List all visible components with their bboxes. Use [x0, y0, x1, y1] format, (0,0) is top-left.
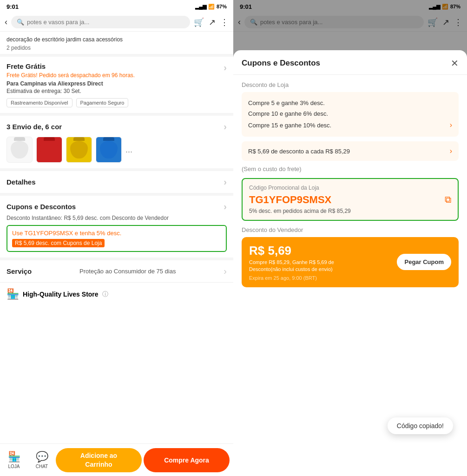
battery-indicator: 87% — [217, 4, 227, 9]
swatch-white[interactable] — [7, 137, 33, 163]
left-time: 9:01 — [7, 3, 19, 10]
store-section: 🏪 High-Quality Lives Store ⓘ — [0, 283, 233, 306]
loja-icon: 🏪 — [8, 451, 20, 463]
buy-now-button[interactable]: Compre Agora — [144, 448, 230, 472]
product-header: decoração de escritório jardim casa aces… — [0, 32, 233, 57]
left-panel: 9:01 ▂▄▆ 📶 87% ‹ 🔍 🛒 ↗ ⋮ decoração de es… — [0, 0, 233, 476]
flat-discount-box[interactable]: R$ 5,69 de desconto a cada R$ 85,29 › — [242, 141, 459, 161]
chat-icon: 💬 — [36, 451, 48, 463]
shipping-section: Frete Grátis Frete Grátis! Pedido será d… — [0, 57, 233, 116]
cupons-title: Cupons e Descontos — [7, 201, 227, 212]
wifi-icon: 📶 — [208, 4, 215, 10]
discount-store-box[interactable]: Compre 5 e ganhe 3% desc. Compre 10 e ga… — [242, 92, 459, 137]
chat-label: CHAT — [36, 464, 48, 469]
left-status-bar: 9:01 ▂▄▆ 📶 87% — [0, 0, 233, 13]
flat-discount-text: R$ 5,69 de desconto a cada R$ 85,29 — [248, 148, 350, 155]
no-shipping-note: (Sem o custo do frete) — [242, 165, 459, 172]
vendor-coupon-left: R$ 5,69 Compre R$ 85,29, Ganhe R$ 5,69 d… — [249, 244, 351, 281]
detalhes-arrow[interactable] — [224, 177, 227, 187]
store-info-icon[interactable]: ⓘ — [102, 290, 108, 298]
loja-tab[interactable]: 🏪 LOJA — [0, 444, 28, 476]
promo-code-box: Código Promocional da Loja TG1YFOP9SMSX … — [242, 178, 459, 221]
cupons-arrow[interactable] — [224, 201, 227, 212]
cart-icon[interactable]: 🛒 — [194, 17, 204, 27]
modal-close-button[interactable]: ✕ — [451, 58, 459, 69]
more-swatches[interactable]: ... — [125, 145, 132, 155]
desconto-loja-label: Desconto de Loja — [242, 81, 459, 88]
add-to-cart-button[interactable]: Adicione aoCarrinho — [56, 448, 142, 472]
left-status-icons: ▂▄▆ 📶 87% — [195, 4, 227, 10]
right-panel: 9:01 ▂▄▆ 📶 87% ‹ 🔍 🛒 ↗ ⋮ Cupons e Descon… — [233, 0, 467, 476]
discount-text-1: Compre 5 e ganhe 3% desc. — [248, 99, 325, 106]
discount-row-2: Compre 10 e ganhe 6% desc. — [248, 108, 452, 119]
coupon-line2: R$ 5,69 desc. com Cupons de Loja — [12, 239, 105, 247]
breadcrumb: decoração de escritório jardim casa aces… — [7, 36, 227, 43]
left-content: decoração de escritório jardim casa aces… — [0, 32, 233, 476]
modal-header: Cupons e Descontos ✕ — [233, 50, 467, 75]
codigo-copiado-toast: Código copiado! — [388, 417, 453, 434]
shipping-city: Para Campinas via Aliexpress Direct — [7, 80, 227, 87]
rastreamento-tag: Rastreamento Disponível — [7, 98, 72, 107]
coupon-highlight-box: Use TG1YFOP9SMSX e tenha 5% desc. R$ 5,6… — [7, 225, 227, 252]
left-nav-icons: 🛒 ↗ ⋮ — [194, 17, 229, 27]
modal-title: Cupons e Descontos — [242, 59, 320, 68]
shipping-title: Frete Grátis — [7, 62, 227, 70]
shipping-tags: Rastreamento Disponível Pagamento Seguro — [7, 98, 227, 107]
cupons-section[interactable]: Cupons e Descontos Desconto Instantâneo:… — [0, 196, 233, 260]
left-search-input[interactable] — [27, 19, 184, 26]
signal-icon: ▂▄▆ — [195, 4, 206, 10]
vendor-coupon-box: R$ 5,69 Compre R$ 85,29, Ganhe R$ 5,69 d… — [242, 237, 459, 287]
detalhes-title: Detalhes — [7, 177, 227, 187]
discount-row-3: Compre 15 e ganhe 10% desc. › — [248, 119, 452, 131]
cupons-modal: Cupons e Descontos ✕ Desconto de Loja Co… — [233, 50, 467, 476]
discount-text-3: Compre 15 e ganhe 10% desc. — [248, 122, 331, 129]
search-icon: 🔍 — [17, 19, 24, 26]
promo-code-desc: 5% desc. em pedidos acima de R$ 85,29 — [249, 208, 451, 214]
servico-label: Serviço — [7, 267, 32, 275]
share-icon[interactable]: ↗ — [209, 17, 216, 27]
copy-icon[interactable]: ⧉ — [445, 194, 451, 205]
bottom-nav: 🏪 LOJA 💬 CHAT Adicione aoCarrinho Compre… — [0, 443, 233, 476]
left-search-wrap[interactable]: 🔍 — [11, 16, 190, 28]
servico-arrow[interactable] — [224, 266, 227, 277]
swatch-blue[interactable] — [96, 137, 122, 163]
coupon-line1: Use TG1YFOP9SMSX e tenha 5% desc. — [12, 230, 221, 237]
envio-section: 3 Envio de, 6 cor ... — [0, 116, 233, 171]
promo-code-label: Código Promocional da Loja — [249, 185, 451, 191]
detalhes-section: Detalhes — [0, 171, 233, 196]
discount-row-arrow[interactable]: › — [450, 121, 452, 129]
discount-row-1: Compre 5 e ganhe 3% desc. — [248, 98, 452, 108]
envio-arrow[interactable] — [224, 121, 227, 132]
shipping-arrow[interactable] — [224, 62, 227, 73]
pot-yellow-icon — [70, 141, 88, 159]
servico-value: Proteção ao Consumidor de 75 dias — [79, 268, 176, 275]
pagamento-tag: Pagamento Seguro — [76, 98, 129, 107]
discount-text-2: Compre 10 e ganhe 6% desc. — [248, 110, 328, 117]
servico-section[interactable]: Serviço Proteção ao Consumidor de 75 dia… — [0, 260, 233, 283]
pegar-cupom-button[interactable]: Pegar Cupom — [397, 254, 451, 270]
pot-red-icon — [40, 141, 58, 159]
delivery-estimate: Estimativa de entrega: 30 Set. — [7, 88, 227, 94]
vendor-section-label: Desconto do Vendedor — [242, 226, 459, 233]
store-icon: 🏪 — [7, 288, 19, 300]
loja-label: LOJA — [8, 464, 20, 469]
envio-title: 3 Envio de, 6 cor — [7, 121, 227, 132]
left-search-bar: ‹ 🔍 🛒 ↗ ⋮ — [0, 13, 233, 32]
chat-tab[interactable]: 💬 CHAT — [28, 444, 56, 476]
store-name[interactable]: High-Quality Lives Store — [23, 291, 99, 298]
more-icon[interactable]: ⋮ — [220, 17, 229, 27]
color-swatches: ... — [7, 137, 227, 163]
promo-code-value: TG1YFOP9SMSX — [249, 194, 451, 206]
flat-discount-arrow[interactable]: › — [450, 147, 452, 155]
vendor-coupon-desc: Compre R$ 85,29, Ganhe R$ 5,69 de Descon… — [249, 259, 351, 273]
modal-body: Desconto de Loja Compre 5 e ganhe 3% des… — [233, 75, 467, 476]
pot-white-icon — [11, 141, 28, 159]
vendor-coupon-price: R$ 5,69 — [249, 244, 351, 258]
left-back-button[interactable]: ‹ — [5, 17, 7, 27]
swatch-red[interactable] — [36, 137, 62, 163]
swatch-yellow[interactable] — [66, 137, 92, 163]
desconto-instantaneo: Desconto Instantâneo: R$ 5,69 desc. com … — [7, 215, 227, 221]
free-shipping-text: Frete Grátis! Pedido será despachado em … — [7, 72, 227, 79]
pot-blue-icon — [100, 141, 118, 159]
orders-count: 2 pedidos — [7, 45, 227, 51]
